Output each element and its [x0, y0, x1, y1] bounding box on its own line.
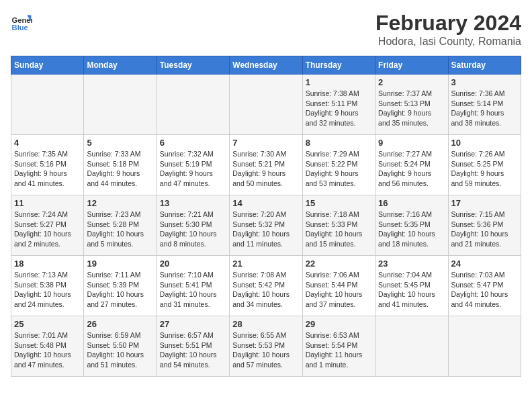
calendar-week-4: 18Sunrise: 7:13 AM Sunset: 5:38 PM Dayli…	[11, 256, 521, 316]
calendar-week-1: 1Sunrise: 7:38 AM Sunset: 5:11 PM Daylig…	[11, 75, 521, 135]
day-info: Sunrise: 7:21 AM Sunset: 5:30 PM Dayligh…	[160, 210, 226, 249]
day-info: Sunrise: 7:26 AM Sunset: 5:25 PM Dayligh…	[451, 149, 518, 189]
calendar-cell: 8Sunrise: 7:29 AM Sunset: 5:22 PM Daylig…	[302, 135, 375, 195]
day-number: 29	[306, 319, 372, 329]
calendar-cell: 27Sunrise: 6:57 AM Sunset: 5:51 PM Dayli…	[157, 316, 229, 377]
day-number: 18	[14, 259, 81, 269]
calendar-cell: 13Sunrise: 7:21 AM Sunset: 5:30 PM Dayli…	[157, 195, 229, 256]
calendar-cell: 11Sunrise: 7:24 AM Sunset: 5:27 PM Dayli…	[11, 195, 84, 256]
calendar-cell: 24Sunrise: 7:03 AM Sunset: 5:47 PM Dayli…	[448, 256, 521, 316]
title-section: February 2024 Hodora, Iasi County, Roman…	[375, 11, 521, 48]
day-number: 19	[87, 259, 153, 269]
day-info: Sunrise: 7:33 AM Sunset: 5:18 PM Dayligh…	[87, 149, 153, 189]
day-info: Sunrise: 7:36 AM Sunset: 5:14 PM Dayligh…	[451, 89, 518, 128]
day-number: 2	[378, 77, 445, 87]
day-info: Sunrise: 7:08 AM Sunset: 5:42 PM Dayligh…	[232, 270, 299, 310]
calendar-cell: 19Sunrise: 7:11 AM Sunset: 5:39 PM Dayli…	[84, 256, 157, 316]
calendar-cell: 2Sunrise: 7:37 AM Sunset: 5:13 PM Daylig…	[375, 75, 448, 135]
day-info: Sunrise: 7:04 AM Sunset: 5:45 PM Dayligh…	[378, 270, 445, 310]
calendar-cell: 10Sunrise: 7:26 AM Sunset: 5:25 PM Dayli…	[448, 135, 521, 195]
calendar-cell: 1Sunrise: 7:38 AM Sunset: 5:11 PM Daylig…	[302, 75, 375, 135]
day-number: 16	[378, 198, 445, 208]
calendar-cell: 15Sunrise: 7:18 AM Sunset: 5:33 PM Dayli…	[302, 195, 375, 256]
calendar-week-2: 4Sunrise: 7:35 AM Sunset: 5:16 PM Daylig…	[11, 135, 521, 195]
calendar-cell: 21Sunrise: 7:08 AM Sunset: 5:42 PM Dayli…	[230, 256, 302, 316]
calendar-cell: 28Sunrise: 6:55 AM Sunset: 5:53 PM Dayli…	[230, 316, 302, 377]
calendar-cell: 23Sunrise: 7:04 AM Sunset: 5:45 PM Dayli…	[375, 256, 448, 316]
day-info: Sunrise: 7:13 AM Sunset: 5:38 PM Dayligh…	[14, 270, 81, 310]
calendar-cell: 22Sunrise: 7:06 AM Sunset: 5:44 PM Dayli…	[302, 256, 375, 316]
column-header-wednesday: Wednesday	[230, 56, 302, 75]
day-number: 20	[160, 259, 226, 269]
main-title: February 2024	[375, 11, 521, 36]
day-info: Sunrise: 7:29 AM Sunset: 5:22 PM Dayligh…	[306, 149, 372, 189]
day-number: 9	[378, 138, 445, 148]
day-number: 28	[232, 319, 299, 329]
calendar-cell	[375, 316, 448, 377]
day-info: Sunrise: 7:37 AM Sunset: 5:13 PM Dayligh…	[378, 89, 445, 128]
day-number: 21	[232, 259, 299, 269]
day-number: 5	[87, 138, 153, 148]
logo: General Blue	[11, 11, 32, 32]
day-info: Sunrise: 7:23 AM Sunset: 5:28 PM Dayligh…	[87, 210, 153, 249]
day-number: 13	[160, 198, 226, 208]
day-number: 8	[306, 138, 372, 148]
calendar-cell	[230, 75, 302, 135]
calendar-cell: 5Sunrise: 7:33 AM Sunset: 5:18 PM Daylig…	[84, 135, 157, 195]
day-number: 12	[87, 198, 153, 208]
column-header-saturday: Saturday	[448, 56, 521, 75]
day-info: Sunrise: 7:18 AM Sunset: 5:33 PM Dayligh…	[306, 210, 372, 249]
day-number: 23	[378, 259, 445, 269]
day-number: 3	[451, 77, 518, 87]
day-number: 7	[232, 138, 299, 148]
calendar-cell: 16Sunrise: 7:16 AM Sunset: 5:35 PM Dayli…	[375, 195, 448, 256]
day-number: 11	[14, 198, 81, 208]
day-info: Sunrise: 7:27 AM Sunset: 5:24 PM Dayligh…	[378, 149, 445, 189]
day-number: 22	[306, 259, 372, 269]
column-header-sunday: Sunday	[11, 56, 84, 75]
calendar-cell: 29Sunrise: 6:53 AM Sunset: 5:54 PM Dayli…	[302, 316, 375, 377]
page-header: General Blue February 2024 Hodora, Iasi …	[11, 11, 521, 48]
day-info: Sunrise: 7:01 AM Sunset: 5:48 PM Dayligh…	[14, 330, 81, 370]
day-number: 6	[160, 138, 226, 148]
day-number: 1	[306, 77, 372, 87]
calendar-cell: 17Sunrise: 7:15 AM Sunset: 5:36 PM Dayli…	[448, 195, 521, 256]
day-info: Sunrise: 7:32 AM Sunset: 5:19 PM Dayligh…	[160, 149, 226, 189]
day-info: Sunrise: 7:10 AM Sunset: 5:41 PM Dayligh…	[160, 270, 226, 310]
day-number: 15	[306, 198, 372, 208]
calendar-cell: 12Sunrise: 7:23 AM Sunset: 5:28 PM Dayli…	[84, 195, 157, 256]
column-header-monday: Monday	[84, 56, 157, 75]
day-number: 10	[451, 138, 518, 148]
calendar-week-3: 11Sunrise: 7:24 AM Sunset: 5:27 PM Dayli…	[11, 195, 521, 256]
day-info: Sunrise: 7:38 AM Sunset: 5:11 PM Dayligh…	[306, 89, 372, 128]
calendar-cell	[11, 75, 84, 135]
calendar-cell	[157, 75, 229, 135]
calendar-cell: 20Sunrise: 7:10 AM Sunset: 5:41 PM Dayli…	[157, 256, 229, 316]
day-info: Sunrise: 6:57 AM Sunset: 5:51 PM Dayligh…	[160, 330, 226, 370]
day-number: 26	[87, 319, 153, 329]
calendar-cell: 14Sunrise: 7:20 AM Sunset: 5:32 PM Dayli…	[230, 195, 302, 256]
day-number: 25	[14, 319, 81, 329]
calendar-cell: 9Sunrise: 7:27 AM Sunset: 5:24 PM Daylig…	[375, 135, 448, 195]
day-info: Sunrise: 7:20 AM Sunset: 5:32 PM Dayligh…	[232, 210, 299, 249]
column-header-friday: Friday	[375, 56, 448, 75]
day-number: 17	[451, 198, 518, 208]
calendar-week-5: 25Sunrise: 7:01 AM Sunset: 5:48 PM Dayli…	[11, 316, 521, 377]
svg-text:Blue: Blue	[12, 24, 28, 32]
calendar-cell: 25Sunrise: 7:01 AM Sunset: 5:48 PM Dayli…	[11, 316, 84, 377]
day-info: Sunrise: 6:59 AM Sunset: 5:50 PM Dayligh…	[87, 330, 153, 370]
logo-icon: General Blue	[11, 11, 32, 32]
calendar-cell: 18Sunrise: 7:13 AM Sunset: 5:38 PM Dayli…	[11, 256, 84, 316]
column-header-thursday: Thursday	[302, 56, 375, 75]
day-info: Sunrise: 7:24 AM Sunset: 5:27 PM Dayligh…	[14, 210, 81, 249]
day-info: Sunrise: 6:53 AM Sunset: 5:54 PM Dayligh…	[306, 330, 372, 370]
calendar-cell: 3Sunrise: 7:36 AM Sunset: 5:14 PM Daylig…	[448, 75, 521, 135]
column-header-tuesday: Tuesday	[157, 56, 229, 75]
day-number: 24	[451, 259, 518, 269]
day-info: Sunrise: 7:16 AM Sunset: 5:35 PM Dayligh…	[378, 210, 445, 249]
day-info: Sunrise: 7:35 AM Sunset: 5:16 PM Dayligh…	[14, 149, 81, 189]
day-info: Sunrise: 7:11 AM Sunset: 5:39 PM Dayligh…	[87, 270, 153, 310]
day-info: Sunrise: 7:30 AM Sunset: 5:21 PM Dayligh…	[232, 149, 299, 189]
calendar-table: SundayMondayTuesdayWednesdayThursdayFrid…	[11, 56, 521, 377]
calendar-header-row: SundayMondayTuesdayWednesdayThursdayFrid…	[11, 56, 521, 75]
